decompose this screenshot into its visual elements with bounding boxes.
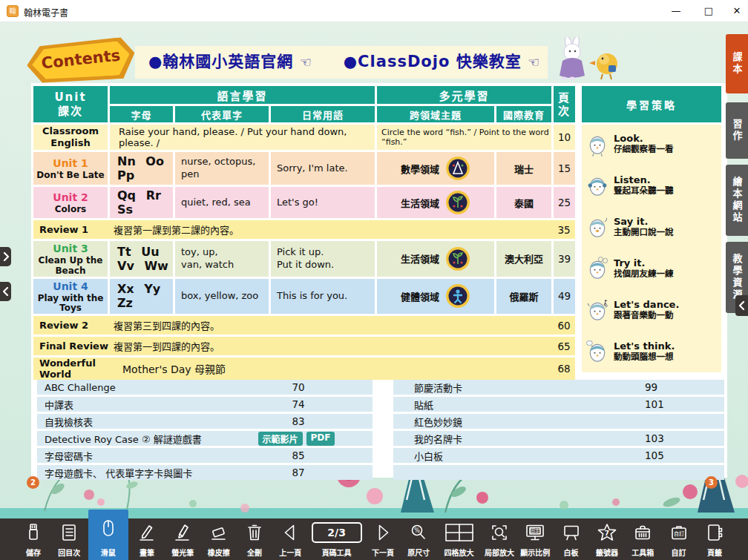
page-number-badge-right: 3 xyxy=(705,476,718,489)
custom-button[interactable]: 自訂 自訂 xyxy=(662,518,696,560)
unit-title: Don't Be Late xyxy=(33,171,108,181)
unit-title: Clean Up the Beach xyxy=(33,256,108,277)
page-number: 99 xyxy=(645,381,657,393)
pointing-hand-icon: ☜ xyxy=(528,54,540,70)
math-domain-badge-icon xyxy=(445,156,470,181)
row-review-1: Review 1 複習第一課到第二課的內容。 35 xyxy=(33,220,575,239)
col-header-daily: 日常用語 xyxy=(271,106,375,122)
list-item: 自我檢核表83 xyxy=(37,414,373,429)
page-number-tool[interactable]: 2/3 頁碼工具 xyxy=(309,518,364,560)
tab-workbook[interactable]: 習作 xyxy=(726,102,748,159)
pen-tool-button[interactable]: 畫筆 xyxy=(130,518,164,560)
unit-number: Unit 1 xyxy=(53,157,88,169)
pdf-button[interactable]: PDF xyxy=(306,432,335,446)
left-panel-expand-button[interactable] xyxy=(0,247,11,266)
strategy-lets-dance: Let's dance.跟著音樂動一動 xyxy=(586,297,717,323)
highlighter-tool-button[interactable]: 螢光筆 xyxy=(165,518,200,560)
page-number: 87 xyxy=(292,467,305,478)
row-unit-3: Unit 3 Clean Up the Beach Tt Uu Vv Ww to… xyxy=(33,241,575,277)
row-unit-1: Unit 1 Don't Be Late Nn Oo Pp nurse, oct… xyxy=(33,152,575,185)
col-header-multi-learning: 多元學習 xyxy=(377,86,551,104)
minimize-button[interactable]: — xyxy=(659,0,693,22)
review-label: Review 1 xyxy=(33,224,114,235)
page-number: 25 xyxy=(554,187,575,218)
star-number-icon: 7 xyxy=(597,523,617,543)
page-number: 65 xyxy=(553,340,575,352)
strategy-listen: Listen.豎起耳朵聽一聽 xyxy=(586,172,717,199)
contents-page: Unit 課次 語言學習 多元學習 頁 次 字母 代表單字 日常用語 跨領域主題… xyxy=(31,83,727,478)
link-hanlin-english-site[interactable]: ●翰林國小英語官網 ☜ xyxy=(148,49,312,71)
close-button[interactable]: ✕ xyxy=(720,0,748,22)
sidebar-collapse-button[interactable] xyxy=(735,295,748,316)
col-header-page: 頁 次 xyxy=(554,86,575,122)
chevron-right-icon xyxy=(3,252,9,261)
row-unit-4: Unit 4 Play with the Toys Xx Yy Zz box, … xyxy=(33,279,575,314)
usb-save-icon xyxy=(24,523,43,542)
four-pane-zoom-button[interactable]: 四格放大 xyxy=(438,518,481,560)
page-tabs-button[interactable]: 頁籤 xyxy=(698,518,732,560)
unit-number: Unit 2 xyxy=(53,191,88,203)
page-number: 74 xyxy=(292,398,305,410)
chevron-left-icon xyxy=(3,287,9,296)
list-item: 節慶活動卡99 xyxy=(393,380,724,395)
mascot-icon xyxy=(586,297,608,323)
next-page-button[interactable]: 下一頁 xyxy=(366,518,400,560)
toolbox-icon xyxy=(633,523,652,542)
appendix-list-left: ABC Challenge70 中譯表74 自我檢核表83 Detective … xyxy=(37,380,373,482)
whiteboard-button[interactable]: 白板 xyxy=(554,518,588,560)
list-item: ABC Challenge70 xyxy=(37,380,373,395)
left-panel-collapse-button[interactable] xyxy=(0,282,11,301)
page-number: 15 xyxy=(554,152,575,185)
page-number: 39 xyxy=(554,241,575,277)
strategies-header: 學習策略 xyxy=(582,86,721,122)
mascot-icon xyxy=(586,338,608,365)
mouse-tool-button[interactable]: 滑鼠 xyxy=(88,510,128,560)
back-to-contents-button[interactable]: 回目次 xyxy=(52,518,86,560)
pencil-icon xyxy=(137,523,157,542)
page-number: 103 xyxy=(645,432,664,444)
learning-strategies-panel: 學習策略 Look.仔細觀察看一看 Listen.豎起耳朵聽一聽 Say it.… xyxy=(582,86,721,372)
demo-video-button[interactable]: 示範影片 xyxy=(258,432,303,446)
tab-picture-book-site[interactable]: 繪本網站 xyxy=(726,165,748,236)
strategy-look: Look.仔細觀察看一看 xyxy=(586,131,717,157)
mascot-icon xyxy=(586,214,608,240)
four-pane-grid-icon xyxy=(444,522,474,543)
col-header-unit: Unit 課次 xyxy=(33,86,108,122)
region-magnifier-icon xyxy=(490,523,509,542)
col-header-cross-domain: 跨領域主題 xyxy=(377,106,494,122)
save-button[interactable]: 儲存 xyxy=(16,518,50,560)
strategy-say-it: Say it.主動開口說一說 xyxy=(586,214,717,240)
page-number-badge-left: 2 xyxy=(27,476,39,489)
previous-page-button[interactable]: 上一頁 xyxy=(273,518,307,560)
page-indicator[interactable]: 2/3 xyxy=(312,522,362,543)
mascot-icon xyxy=(586,255,608,282)
eraser-tool-button[interactable]: 橡皮擦 xyxy=(202,518,236,560)
toolbox-button[interactable]: 工具箱 xyxy=(626,518,660,560)
page-number: 83 xyxy=(292,415,305,427)
list-item: 小白板105 xyxy=(393,448,724,463)
final-review-label: Final Review xyxy=(33,340,114,352)
country: 瑞士 xyxy=(496,152,551,185)
next-triangle-icon xyxy=(373,523,393,542)
title-bar: 翰 翰林電子書 — □ ✕ xyxy=(0,0,748,22)
page-number: 35 xyxy=(553,224,575,236)
tab-textbook[interactable]: 課本 xyxy=(726,34,748,93)
unit-number: Unit 3 xyxy=(53,243,88,254)
svg-text:%: % xyxy=(414,527,420,534)
partial-zoom-button[interactable]: 局部放大 xyxy=(482,518,516,560)
book-tabs-icon xyxy=(705,523,724,542)
unit-number: Unit 4 xyxy=(53,280,88,292)
number-picker-button[interactable]: 7 籤號器 xyxy=(590,518,624,560)
mascot-icon xyxy=(586,131,608,157)
previous-triangle-icon xyxy=(280,523,300,542)
link-classdojo[interactable]: ●ClassDojo 快樂教室 ☜ xyxy=(344,49,540,71)
page-number: 49 xyxy=(554,279,575,314)
page-number: 101 xyxy=(645,398,664,410)
delete-all-button[interactable]: 全刪 xyxy=(237,518,272,560)
col-header-international: 國際教育 xyxy=(496,106,551,122)
display-ratio-button[interactable]: 固定 顯示比例 xyxy=(518,518,552,560)
list-item: 字母密碼卡85 xyxy=(37,448,373,463)
strategy-lets-think: Let's think.動動頭腦想一想 xyxy=(586,338,717,365)
country: 澳大利亞 xyxy=(496,241,551,277)
original-size-button[interactable]: % 原尺寸 xyxy=(401,518,436,560)
